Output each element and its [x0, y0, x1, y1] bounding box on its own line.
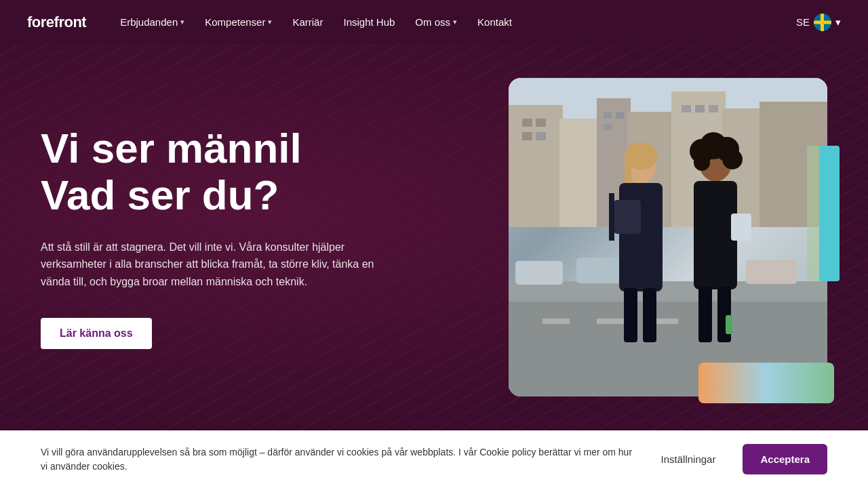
hero-photo: [509, 78, 827, 396]
cookie-banner: Vi vill göra användarupplevelsen så bra …: [0, 430, 868, 488]
photo-svg: [509, 78, 827, 396]
chevron-down-icon: ▾: [835, 16, 841, 28]
svg-rect-14: [604, 124, 612, 131]
nav-item-erbjudanden[interactable]: Erbjudanden ▾: [120, 16, 184, 28]
svg-rect-23: [515, 261, 563, 285]
svg-rect-17: [709, 105, 718, 113]
svg-point-39: [722, 149, 743, 169]
svg-rect-15: [682, 105, 691, 113]
svg-rect-21: [597, 319, 624, 324]
image-gradient-accent: [698, 363, 834, 403]
svg-rect-8: [522, 119, 532, 127]
svg-rect-42: [731, 214, 751, 241]
hero-text-block: Vi ser männil Vad ser du? Att stå still …: [41, 125, 509, 348]
svg-rect-13: [616, 112, 624, 119]
nav-links: Erbjudanden ▾ Kompetenser ▾ Karriär Insi…: [120, 16, 796, 28]
cookie-settings-button[interactable]: Inställningar: [661, 453, 716, 465]
nav-item-insight-hub[interactable]: Insight Hub: [343, 16, 395, 28]
svg-point-40: [694, 155, 710, 171]
hero-section: forefront Erbjudanden ▾ Kompetenser ▾ Ka…: [0, 0, 868, 430]
svg-rect-20: [542, 319, 570, 324]
chevron-down-icon: ▾: [268, 18, 272, 26]
hero-cta-button[interactable]: Lär känna oss: [41, 318, 152, 349]
svg-rect-33: [624, 288, 637, 342]
chevron-down-icon: ▾: [180, 18, 184, 26]
svg-rect-10: [522, 132, 532, 140]
nav-item-kompetenser[interactable]: Kompetenser ▾: [205, 16, 272, 28]
hero-image: [509, 78, 827, 396]
image-teal-accent: [819, 146, 840, 281]
cookie-accept-button[interactable]: Acceptera: [743, 444, 827, 474]
svg-rect-11: [536, 132, 546, 140]
nav-item-karriar[interactable]: Karriär: [292, 16, 323, 28]
flag-icon: [814, 14, 831, 31]
nav-item-om-oss[interactable]: Om oss ▾: [415, 16, 457, 28]
svg-rect-2: [559, 119, 600, 227]
brand-logo[interactable]: forefront: [27, 14, 86, 31]
hero-image-wrapper: [509, 78, 827, 396]
hero-headline: Vi ser männil Vad ser du?: [41, 125, 481, 218]
hero-subtext: Att stå still är att stagnera. Det vill …: [41, 239, 393, 291]
svg-rect-41: [694, 181, 737, 289]
svg-rect-43: [698, 287, 712, 342]
language-selector[interactable]: SE ▾: [796, 14, 841, 31]
svg-rect-16: [695, 105, 705, 113]
svg-rect-25: [746, 260, 797, 284]
chevron-down-icon: ▾: [453, 18, 457, 26]
hero-content: Vi ser männil Vad ser du? Att stå still …: [0, 44, 868, 430]
svg-rect-12: [604, 112, 612, 119]
svg-rect-45: [726, 315, 732, 334]
svg-rect-30: [619, 183, 663, 291]
nav-item-kontakt[interactable]: Kontakt: [477, 16, 512, 28]
cookie-text: Vi vill göra användarupplevelsen så bra …: [41, 445, 634, 474]
svg-rect-34: [643, 288, 656, 342]
svg-rect-31: [614, 200, 641, 234]
svg-rect-9: [536, 119, 546, 127]
svg-rect-32: [609, 193, 614, 241]
navigation: forefront Erbjudanden ▾ Kompetenser ▾ Ka…: [0, 0, 868, 44]
